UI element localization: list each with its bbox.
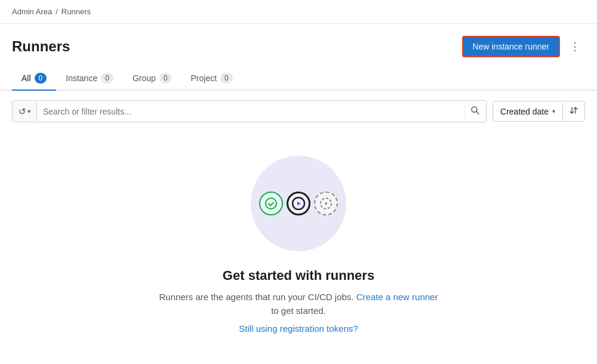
- sort-direction-button[interactable]: [563, 101, 584, 121]
- search-submit-button[interactable]: [464, 101, 486, 122]
- tabs-bar: All 0 Instance 0 Group 0 Project 0: [0, 67, 597, 91]
- tab-project[interactable]: Project 0: [181, 67, 242, 91]
- tab-all-label: All: [21, 73, 31, 83]
- registration-tokens-link[interactable]: Still using registration tokens?: [239, 323, 358, 334]
- check-icon: [265, 198, 277, 209]
- runner-icon-completed: [259, 192, 283, 215]
- tab-instance-badge: 0: [101, 73, 113, 84]
- sort-direction-icon: [569, 106, 578, 115]
- empty-desc-part1: Runners are the agents that run your CI/…: [159, 292, 354, 302]
- sort-chevron-icon: ▾: [552, 108, 555, 115]
- play-icon: [292, 197, 305, 210]
- runner-icon-pending: [314, 192, 338, 215]
- tab-group[interactable]: Group 0: [123, 67, 181, 91]
- empty-desc-part2: to get started.: [271, 306, 326, 316]
- breadcrumb-admin[interactable]: Admin Area: [12, 7, 52, 16]
- page-header: Runners New instance runner ⋮: [0, 24, 597, 67]
- tab-project-label: Project: [190, 73, 217, 83]
- sort-label: Created date: [500, 107, 549, 116]
- chevron-down-icon: ▾: [27, 108, 30, 115]
- header-actions: New instance runner ⋮: [462, 36, 585, 57]
- page-title: Runners: [12, 38, 70, 55]
- toolbar: ↺ ▾ Created date ▾: [0, 91, 597, 132]
- pending-icon: [320, 198, 332, 209]
- tab-all[interactable]: All 0: [12, 67, 56, 91]
- empty-state-registration-link-container: Still using registration tokens?: [239, 323, 358, 334]
- breadcrumb: Admin Area / Runners: [0, 0, 597, 24]
- search-history-button[interactable]: ↺ ▾: [13, 102, 37, 121]
- runner-icon-running: [287, 192, 310, 215]
- tab-group-label: Group: [133, 73, 156, 83]
- svg-line-1: [476, 112, 479, 114]
- tab-instance-label: Instance: [66, 73, 97, 83]
- sort-group: Created date ▾: [493, 101, 585, 122]
- breadcrumb-separator: /: [56, 7, 58, 16]
- empty-state-description: Runners are the agents that run your CI/…: [155, 291, 442, 317]
- tab-group-badge: 0: [159, 73, 172, 84]
- more-options-button[interactable]: ⋮: [565, 36, 585, 57]
- svg-point-5: [325, 202, 327, 205]
- runner-icons: [259, 192, 338, 215]
- svg-point-2: [266, 198, 276, 209]
- search-group: ↺ ▾: [12, 100, 487, 122]
- breadcrumb-current: Runners: [61, 7, 91, 16]
- empty-state-title: Get started with runners: [223, 268, 374, 283]
- tab-instance[interactable]: Instance 0: [56, 67, 123, 91]
- empty-state: Get started with runners Runners are the…: [0, 132, 597, 364]
- tab-project-badge: 0: [220, 73, 233, 84]
- tab-all-badge: 0: [35, 73, 47, 84]
- empty-illustration: [251, 156, 346, 251]
- new-instance-runner-button[interactable]: New instance runner: [462, 36, 560, 57]
- sort-select-button[interactable]: Created date ▾: [493, 103, 563, 121]
- search-input[interactable]: [37, 102, 464, 121]
- create-runner-link[interactable]: Create a new runner: [356, 292, 438, 302]
- search-icon: [470, 106, 480, 115]
- history-icon: ↺: [19, 106, 26, 117]
